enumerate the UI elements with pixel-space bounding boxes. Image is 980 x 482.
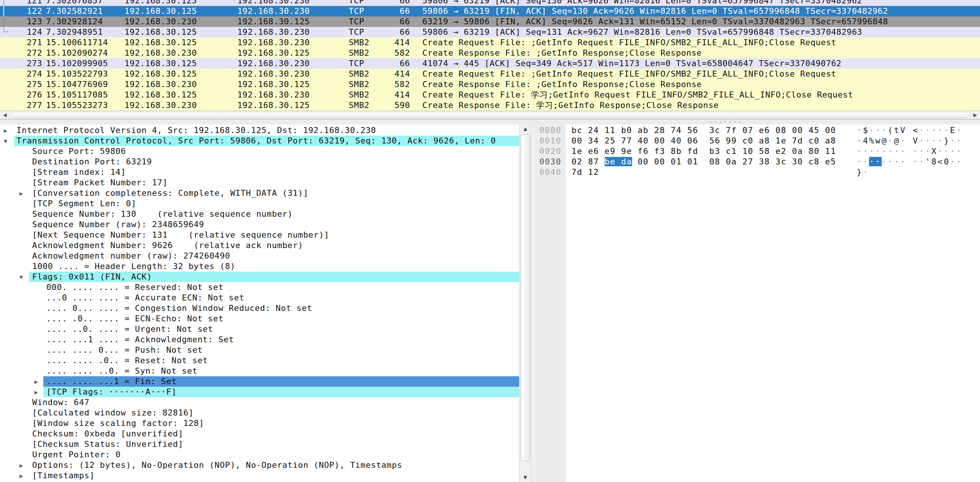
- packet-row[interactable]: 27315.102099905192.168.30.125192.168.30.…: [0, 58, 980, 69]
- hex-byte[interactable]: 56: [687, 126, 698, 135]
- hex-byte[interactable]: ab: [638, 126, 649, 135]
- hex-row[interactable]: 001000 34 25 77 40 00 40 06 56 99 c0 a8 …: [535, 136, 980, 146]
- ascii-char[interactable]: ·: [938, 136, 944, 145]
- hex-byte[interactable]: e5: [825, 157, 837, 166]
- ascii-char[interactable]: ·: [956, 146, 963, 156]
- hex-byte[interactable]: 00: [654, 136, 665, 145]
- hex-byte[interactable]: c0: [742, 136, 754, 145]
- ascii-char[interactable]: ·: [863, 146, 869, 156]
- ascii-char[interactable]: ·: [950, 157, 956, 166]
- expand-arrow-icon[interactable]: ▸: [4, 125, 13, 136]
- hex-byte[interactable]: 7d: [571, 167, 583, 177]
- ascii-char[interactable]: ·: [919, 146, 926, 156]
- expand-arrow-icon[interactable]: ▸: [34, 376, 44, 387]
- ascii-char[interactable]: ·: [925, 126, 931, 135]
- hex-byte[interactable]: 58: [759, 146, 770, 156]
- hex-byte[interactable]: e6: [759, 126, 770, 135]
- scroll-up-button[interactable]: ▲: [520, 124, 531, 134]
- hex-byte[interactable]: 11: [825, 146, 837, 156]
- ascii-char[interactable]: $: [863, 126, 869, 135]
- packet-row[interactable]: 27515.104776969192.168.30.230192.168.30.…: [0, 79, 980, 90]
- expand-arrow-icon[interactable]: ▸: [19, 471, 29, 481]
- hex-byte[interactable]: 01: [687, 157, 698, 166]
- ascii-char[interactable]: (: [888, 126, 894, 135]
- collapse-arrow-icon[interactable]: ▾: [19, 272, 29, 282]
- ascii-char[interactable]: ·: [888, 146, 894, 156]
- ascii-char[interactable]: <: [938, 157, 944, 166]
- ascii-char[interactable]: X: [931, 146, 938, 156]
- hex-byte[interactable]: 74: [671, 126, 682, 135]
- ascii-char[interactable]: ·: [919, 126, 926, 135]
- hex-byte[interactable]: c1: [726, 146, 737, 156]
- ascii-char[interactable]: ·: [882, 146, 888, 156]
- packet-row[interactable]: 1237.302928124192.168.30.230192.168.30.1…: [0, 16, 980, 27]
- ascii-char[interactable]: w: [875, 136, 882, 145]
- ascii-char[interactable]: ·: [956, 126, 963, 135]
- tree-item[interactable]: Urgent Pointer: 0: [0, 450, 519, 460]
- hex-byte[interactable]: 08: [710, 157, 721, 166]
- tree-item[interactable]: 000. .... .... = Reserved: Not set: [0, 282, 519, 293]
- packet-row[interactable]: 1227.302582921192.168.30.125192.168.30.2…: [0, 6, 980, 16]
- ascii-char[interactable]: ·: [944, 126, 950, 135]
- ascii-char[interactable]: ·: [869, 126, 875, 135]
- hex-byte[interactable]: b0: [621, 126, 632, 135]
- hex-byte[interactable]: 34: [588, 136, 599, 145]
- ascii-char[interactable]: [906, 136, 913, 145]
- ascii-char[interactable]: ·: [882, 126, 888, 135]
- ascii-char[interactable]: ·: [900, 146, 907, 156]
- hex-byte[interactable]: 28: [654, 126, 665, 135]
- ascii-char[interactable]: 8: [931, 157, 938, 166]
- hex-byte[interactable]: f3: [654, 146, 665, 156]
- tree-item[interactable]: ...0 .... .... = Accurate ECN: Not set: [0, 293, 519, 303]
- packet-row[interactable]: 27615.105117085192.168.30.125192.168.30.…: [0, 90, 980, 100]
- tree-item[interactable]: .... ..0. .... = Urgent: Not set: [0, 324, 519, 334]
- ascii-char[interactable]: ·: [857, 157, 863, 166]
- hex-byte[interactable]: 25: [605, 136, 616, 145]
- ascii-char[interactable]: ·: [882, 157, 888, 166]
- scroll-right-button[interactable]: ▶: [970, 111, 980, 119]
- tree-item[interactable]: [Checksum Status: Unverified]: [0, 439, 519, 450]
- tree-item[interactable]: Sequence Number: 130 (relative sequence …: [0, 209, 519, 220]
- tree-item[interactable]: [TCP Segment Len: 0]: [0, 199, 519, 209]
- tree-item[interactable]: Window: 647: [0, 397, 519, 408]
- ascii-char[interactable]: ·: [950, 136, 956, 145]
- ascii-char[interactable]: ·: [956, 136, 963, 145]
- ascii-char[interactable]: 0: [944, 157, 950, 166]
- expand-arrow-icon[interactable]: ▸: [19, 460, 29, 471]
- hex-byte[interactable]: 9e: [621, 146, 632, 156]
- ascii-char[interactable]: ·: [900, 136, 907, 145]
- tree-item[interactable]: ▸[Conversation completeness: Complete, W…: [0, 188, 519, 199]
- tree-item[interactable]: Source Port: 59806: [0, 146, 519, 157]
- ascii-char[interactable]: ·: [888, 157, 894, 166]
- ascii-char[interactable]: ·: [950, 146, 956, 156]
- ascii-char[interactable]: ·: [857, 136, 863, 145]
- ascii-char[interactable]: 4: [863, 136, 869, 145]
- hex-byte[interactable]: 45: [808, 126, 820, 135]
- hex-byte[interactable]: 02: [571, 157, 583, 166]
- hex-byte[interactable]: 40: [671, 136, 682, 145]
- hex-byte[interactable]: 3c: [710, 126, 721, 135]
- hex-byte[interactable]: 00: [825, 126, 837, 135]
- tree-item[interactable]: .... .... ..0. = Syn: Not set: [0, 366, 519, 376]
- hex-byte[interactable]: 07: [742, 126, 754, 135]
- ascii-char[interactable]: ·: [888, 136, 894, 145]
- tree-item[interactable]: ▸Options: (12 bytes), No-Operation (NOP)…: [0, 460, 519, 471]
- ascii-char[interactable]: ·: [919, 136, 926, 145]
- tree-item[interactable]: 1000 .... = Header Length: 32 bytes (8): [0, 261, 519, 272]
- hex-byte[interactable]: 1e: [571, 146, 583, 156]
- ascii-char[interactable]: ·: [956, 157, 963, 166]
- tree-item[interactable]: Acknowledgment number (raw): 274260490: [0, 251, 519, 261]
- hex-byte[interactable]: bc: [571, 126, 583, 135]
- detail-vscrollbar[interactable]: ▲ ▼: [519, 124, 531, 482]
- hex-byte[interactable]: 7f: [726, 126, 737, 135]
- hex-byte[interactable]: 3c: [776, 157, 787, 166]
- tree-item[interactable]: .... .... 0... = Push: Not set: [0, 345, 519, 355]
- ascii-char[interactable]: @: [894, 136, 900, 145]
- ascii-char[interactable]: ·: [900, 157, 907, 166]
- hex-row[interactable]: 00201e e6 e9 9e f6 f3 8b fd b3 c1 10 58 …: [535, 146, 980, 157]
- ascii-char[interactable]: }: [857, 167, 863, 177]
- ascii-char[interactable]: ·: [875, 146, 882, 156]
- hex-byte[interactable]: 11: [605, 126, 616, 135]
- hex-byte[interactable]: 77: [621, 136, 632, 145]
- tree-item[interactable]: ▾Transmission Control Protocol, Src Port…: [0, 136, 519, 146]
